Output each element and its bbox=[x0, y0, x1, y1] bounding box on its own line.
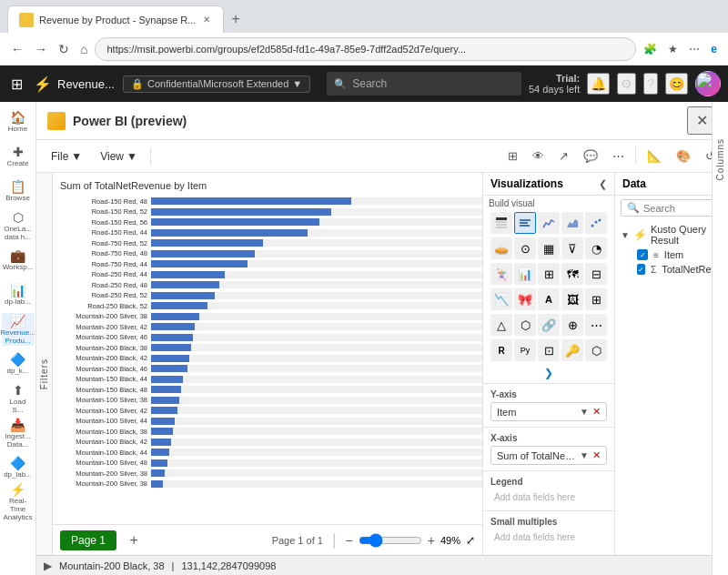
data-tree-item-label: Item bbox=[664, 249, 683, 260]
viz-slicer-icon[interactable]: ⊟ bbox=[585, 263, 607, 285]
viz-custom1-icon[interactable]: ⬡ bbox=[514, 314, 536, 336]
viz-more-button[interactable]: ❯ bbox=[544, 367, 553, 379]
sidebar-item-browse[interactable]: 📋 Browse bbox=[2, 175, 35, 207]
sidebar-item-dplabel[interactable]: 🔷 dp_lab... bbox=[2, 451, 35, 484]
back-button[interactable]: ← bbox=[7, 38, 27, 60]
edge-icon-button[interactable]: e bbox=[707, 41, 721, 57]
zoom-slider[interactable] bbox=[359, 533, 422, 548]
tab-close-btn[interactable]: ✕ bbox=[201, 15, 212, 25]
sidebar-item-dplab[interactable]: 📊 dp-lab... bbox=[2, 278, 35, 311]
new-tab-button[interactable]: + bbox=[224, 7, 247, 31]
toolbar-theme-icon[interactable]: 🎨 bbox=[671, 146, 696, 166]
viz-custom4-icon[interactable]: ⋯ bbox=[585, 314, 607, 336]
viz-scatter-icon[interactable] bbox=[585, 212, 607, 234]
toolbar-chat-icon[interactable]: 💬 bbox=[578, 146, 603, 166]
viz-py-icon[interactable]: Py bbox=[514, 339, 536, 361]
toolbar-layout-icon[interactable]: 📐 bbox=[642, 146, 667, 166]
viz-custom3-icon[interactable]: ⊕ bbox=[561, 314, 583, 336]
viz-ai-icon[interactable]: ⬡ bbox=[585, 339, 607, 361]
sidebar-item-revenue[interactable]: 📈 Revenue... Produ... bbox=[2, 313, 35, 346]
sidebar-item-home[interactable]: 🏠 Home bbox=[2, 106, 35, 138]
y-axis-remove-icon[interactable]: ✕ bbox=[592, 406, 601, 418]
sidebar-item-create[interactable]: ✚ Create bbox=[2, 140, 35, 173]
viz-ribbon-icon[interactable]: 🎀 bbox=[514, 288, 536, 310]
viz-table-icon[interactable] bbox=[490, 212, 512, 234]
view-menu-button[interactable]: View ▼ bbox=[93, 146, 145, 166]
sidebar-item-ingest[interactable]: 📥 Ingest... Data... bbox=[2, 417, 35, 449]
settings-button[interactable]: ⚙ bbox=[617, 73, 636, 95]
x-axis-remove-icon[interactable]: ✕ bbox=[592, 449, 601, 461]
notification-button[interactable]: 🔔 bbox=[587, 73, 610, 95]
toolbar-grid-icon[interactable]: ⊞ bbox=[502, 146, 523, 166]
bar-label: Road-150 Red, 44 bbox=[60, 228, 151, 237]
user-avatar[interactable] bbox=[695, 71, 721, 96]
viz-image-icon[interactable]: 🖼 bbox=[561, 288, 583, 310]
status-expand-icon[interactable]: ▶ bbox=[44, 560, 52, 572]
forward-button[interactable]: → bbox=[31, 38, 51, 60]
revenue-checkbox[interactable]: ✓ bbox=[637, 264, 645, 275]
viz-qr-icon[interactable]: ⊞ bbox=[585, 288, 607, 310]
viz-decomp-icon[interactable]: ⊡ bbox=[538, 339, 560, 361]
viz-treemap-icon[interactable]: ▦ bbox=[538, 237, 560, 259]
svg-rect-0 bbox=[496, 217, 507, 220]
viz-map-icon[interactable]: 🗺 bbox=[561, 263, 583, 285]
viz-gauge-icon[interactable]: ◔ bbox=[585, 237, 607, 259]
columns-label[interactable]: Columns bbox=[715, 138, 725, 180]
grid-menu-icon[interactable]: ⊞ bbox=[7, 72, 26, 96]
nav-icons: 🔔 ⚙ ? 😊 bbox=[587, 71, 721, 96]
home-icon: 🏠 bbox=[10, 110, 25, 125]
toolbar-eye-icon[interactable]: 👁 bbox=[527, 146, 550, 166]
feedback-button[interactable]: 😊 bbox=[665, 73, 688, 95]
sidebar-item-workspace[interactable]: 💼 Worksp... bbox=[2, 244, 35, 277]
viz-matrix-icon[interactable]: ⊞ bbox=[538, 263, 560, 285]
viz-pie-icon[interactable]: 🥧 bbox=[490, 237, 512, 259]
viz-kpi-icon[interactable]: 📊 bbox=[514, 263, 536, 285]
refresh-button[interactable]: ↻ bbox=[55, 38, 73, 60]
zoom-minus-button[interactable]: − bbox=[346, 533, 353, 548]
browser-menu-button[interactable]: ⋯ bbox=[685, 41, 703, 57]
x-axis-field[interactable]: Sum of TotalNetReven... ▼ ✕ bbox=[490, 446, 607, 465]
filters-panel[interactable]: Filters bbox=[36, 173, 53, 575]
help-button[interactable]: ? bbox=[643, 73, 658, 95]
viz-donut-icon[interactable]: ⊙ bbox=[514, 237, 536, 259]
svg-rect-4 bbox=[520, 219, 531, 221]
address-bar[interactable] bbox=[95, 37, 636, 61]
viz-shape-icon[interactable]: △ bbox=[490, 314, 512, 336]
add-page-button[interactable]: + bbox=[122, 529, 146, 552]
status-item-label: Mountain-200 Black, 38 bbox=[59, 560, 165, 571]
viz-r-icon[interactable]: R bbox=[490, 339, 512, 361]
search-bar[interactable]: 🔍 Search bbox=[327, 72, 521, 96]
viz-expand-button[interactable]: ❮ bbox=[599, 178, 607, 190]
fit-page-button[interactable]: ⤢ bbox=[466, 534, 475, 547]
viz-funnel-icon[interactable]: ⊽ bbox=[561, 237, 583, 259]
browser-tab-active[interactable]: ⚡ Revenue by Product - Synapse R... ✕ bbox=[7, 5, 224, 33]
toolbar-more-icon[interactable]: ⋯ bbox=[607, 146, 630, 166]
confidential-badge[interactable]: 🔒 Confidential\Microsoft Extended ▼ bbox=[123, 76, 310, 93]
page-1-tab[interactable]: Page 1 bbox=[60, 530, 116, 550]
bar-label: Road-150 Red, 52 bbox=[60, 207, 151, 216]
viz-bar-icon[interactable] bbox=[514, 212, 536, 234]
sidebar-item-dpk[interactable]: 🔷 dp_k... bbox=[2, 348, 35, 380]
toolbar-share-icon[interactable]: ↗ bbox=[553, 146, 574, 166]
file-label: File bbox=[51, 150, 68, 163]
viz-custom2-icon[interactable]: 🔗 bbox=[538, 314, 560, 336]
home-button[interactable]: ⌂ bbox=[76, 38, 91, 60]
columns-side-panel[interactable]: Columns bbox=[712, 102, 728, 575]
sidebar-item-realtime[interactable]: ⚡ Real-Time Analytics bbox=[2, 486, 35, 519]
viz-card-icon[interactable]: 🃏 bbox=[490, 263, 512, 285]
viz-key-icon[interactable]: 🔑 bbox=[561, 339, 583, 361]
zoom-plus-button[interactable]: + bbox=[428, 533, 435, 548]
sidebar-item-loads[interactable]: ⬆ Load S... bbox=[2, 382, 35, 415]
y-axis-field[interactable]: Item ▼ ✕ bbox=[490, 402, 607, 421]
sidebar-label-home: Home bbox=[8, 126, 27, 134]
viz-text-icon[interactable]: A bbox=[538, 288, 560, 310]
file-menu-button[interactable]: File ▼ bbox=[44, 146, 89, 166]
top-navigation: ⊞ ⚡ Revenue... 🔒 Confidential\Microsoft … bbox=[0, 66, 728, 102]
viz-area-icon[interactable] bbox=[561, 212, 583, 234]
favorites-button[interactable]: ★ bbox=[664, 41, 682, 57]
item-checkbox[interactable]: ✓ bbox=[637, 249, 648, 260]
sidebar-item-onelake[interactable]: ⬡ OneLa... data h... bbox=[2, 209, 35, 242]
viz-line-icon[interactable] bbox=[538, 212, 560, 234]
extensions-button[interactable]: 🧩 bbox=[640, 41, 661, 57]
viz-waterfall-icon[interactable]: 📉 bbox=[490, 288, 512, 310]
